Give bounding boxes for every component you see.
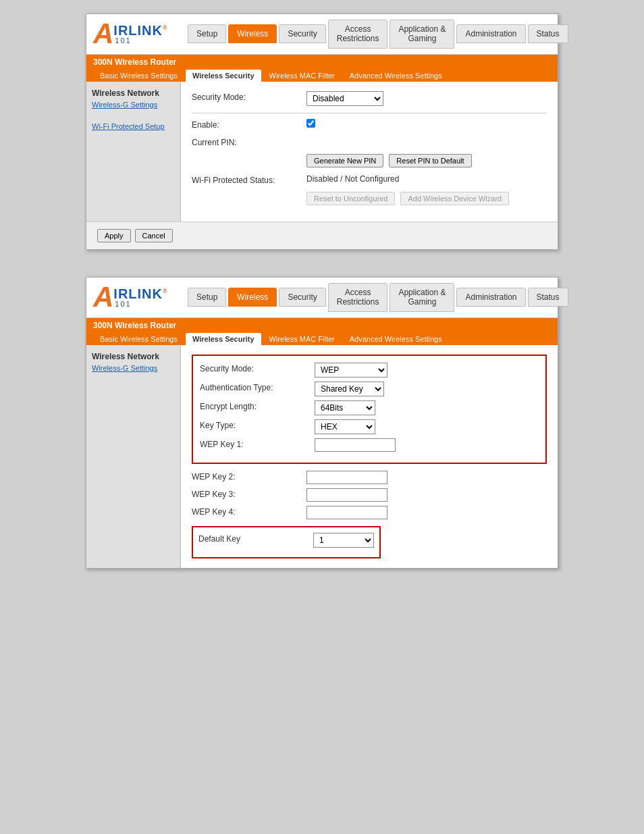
form-label: WEP Key 4:: [192, 506, 306, 517]
wep-row-wep-key-1:: WEP Key 1:: [200, 438, 539, 452]
logo-text: IRLINK® 101: [113, 287, 167, 308]
select-default-key[interactable]: 1234: [313, 533, 374, 548]
form-label: Key Type:: [200, 419, 315, 430]
form-control-area: [306, 119, 547, 128]
form-control-area: 64Bits128Bits: [315, 400, 539, 415]
form-control-area: 1234: [313, 533, 374, 548]
form-control-area: Generate New PINReset PIN to Default: [306, 154, 547, 167]
wep-key-input-wep-key-3:[interactable]: [306, 488, 387, 502]
nav-tab-application-&-gaming[interactable]: Application &Gaming: [390, 20, 454, 49]
sub-tab-basic-wireless-settings[interactable]: Basic Wireless Settings: [93, 70, 184, 82]
nav-tab-administration[interactable]: Administration: [456, 24, 525, 43]
form-label: Security Mode:: [192, 91, 306, 102]
panel-header: A IRLINK® 101 SetupWirelessSecurityAcces…: [86, 278, 558, 318]
btn-reset-pin-to-default[interactable]: Reset PIN to Default: [389, 154, 471, 167]
nav-tab-wireless[interactable]: Wireless: [228, 24, 277, 43]
security-mode-select[interactable]: DisabledWEPWPA PersonalWPA2 Personal: [306, 91, 383, 106]
sidebar-section-title: Wireless Network: [92, 352, 175, 361]
nav-tab-status[interactable]: Status: [528, 24, 568, 43]
logo-a-icon: A: [93, 283, 113, 311]
wep-bordered-section: Security Mode:DisabledWEPWPA PersonalAut…: [192, 355, 547, 464]
panel-body: Wireless NetworkWireless-G SettingsSecur…: [86, 345, 558, 568]
nav-tab-setup[interactable]: Setup: [188, 288, 226, 307]
wep-bordered-section-2: Default Key1234: [192, 526, 381, 558]
sidebar-link-wireless-g-settings[interactable]: Wireless-G Settings: [92, 101, 175, 109]
page-wrapper: A IRLINK® 101 SetupWirelessSecurityAcces…: [14, 14, 630, 569]
wep-row-authentication-type:: Authentication Type:Open SystemShared Ke…: [200, 382, 539, 396]
nav-tab-access-restrictions[interactable]: AccessRestrictions: [328, 283, 388, 312]
nav-tab-security[interactable]: Security: [279, 288, 325, 307]
sidebar: Wireless NetworkWireless-G SettingsWi-Fi…: [86, 82, 181, 221]
form-label: Encrypt Length:: [200, 400, 315, 411]
sub-tab-wireless-security[interactable]: Wireless Security: [186, 70, 261, 82]
select-security-mode:[interactable]: DisabledWEPWPA Personal: [315, 363, 387, 377]
orange-banner: 300N Wireless Router: [86, 55, 558, 70]
nav-tab-setup[interactable]: Setup: [188, 24, 226, 43]
btn-generate-new-pin[interactable]: Generate New PIN: [306, 154, 383, 167]
logo-text: IRLINK® 101: [113, 24, 167, 45]
panel-header: A IRLINK® 101 SetupWirelessSecurityAcces…: [86, 14, 558, 55]
wep-key-input-wep-key-4:[interactable]: [306, 506, 387, 519]
wifi-protected-status: Disabled / Not Configured: [306, 174, 399, 184]
form-control-area: DisabledWEPWPA PersonalWPA2 Personal: [306, 91, 547, 106]
wep-key-input-wep-key-1:[interactable]: [315, 438, 396, 452]
form-control-area: HEXASCII: [315, 419, 539, 434]
sub-tab-wireless-mac-filter[interactable]: Wireless MAC Filter: [263, 70, 342, 82]
nav-tab-security[interactable]: Security: [279, 24, 325, 43]
wep-row-default-key: Default Key1234: [198, 533, 374, 548]
form-label: [192, 192, 306, 193]
nav-tab-status[interactable]: Status: [528, 288, 568, 307]
form-row-Enable:: Enable:: [192, 119, 547, 130]
router-name: 300N Wireless Router: [93, 57, 188, 67]
form-row-Wi-Fi Protected Status:: Wi-Fi Protected Status:Disabled / Not Co…: [192, 174, 547, 185]
wep-row-encrypt-length:: Encrypt Length:64Bits128Bits: [200, 400, 539, 415]
select-encrypt-length:[interactable]: 64Bits128Bits: [315, 400, 375, 415]
nav-tab-access-restrictions[interactable]: AccessRestrictions: [328, 20, 388, 49]
footer-btn-cancel[interactable]: Cancel: [135, 229, 173, 242]
sub-tabs: Basic Wireless SettingsWireless Security…: [86, 70, 558, 82]
logo-area: A IRLINK® 101: [93, 283, 188, 311]
main-content: Security Mode:DisabledWEPWPA PersonalWPA…: [181, 82, 558, 221]
sub-tab-advanced-wireless-settings[interactable]: Advanced Wireless Settings: [343, 333, 449, 345]
router-name: 300N Wireless Router: [93, 321, 188, 330]
form-row-Security Mode:: Security Mode:DisabledWEPWPA PersonalWPA…: [192, 91, 547, 106]
sidebar-link-wi-fi-protected-setup[interactable]: Wi-Fi Protected Setup: [92, 122, 175, 130]
select-key-type:[interactable]: HEXASCII: [315, 419, 375, 434]
form-control-area: [306, 488, 547, 502]
form-label: Wi-Fi Protected Status:: [192, 174, 306, 185]
enable-checkbox[interactable]: [306, 119, 315, 128]
main-content: Security Mode:DisabledWEPWPA PersonalAut…: [181, 345, 558, 568]
wep-row-wep-key-2:: WEP Key 2:: [192, 471, 547, 484]
footer-btn-apply[interactable]: Apply: [97, 229, 131, 242]
sub-tab-advanced-wireless-settings[interactable]: Advanced Wireless Settings: [343, 70, 449, 82]
wep-row-wep-key-3:: WEP Key 3:: [192, 488, 547, 502]
select-authentication-type:[interactable]: Open SystemShared Key: [315, 382, 384, 396]
nav-tab-application-&-gaming[interactable]: Application &Gaming: [390, 283, 454, 312]
form-label: [192, 154, 306, 155]
form-row-Current PIN:: Current PIN:: [192, 136, 547, 147]
form-control-area: Disabled / Not Configured: [306, 174, 547, 184]
form-row-buttons: Reset to UnconfiguredAdd Wireless Device…: [192, 192, 547, 205]
form-control-area: [315, 438, 539, 452]
sub-tab-wireless-security[interactable]: Wireless Security: [186, 333, 261, 345]
form-label: Default Key: [198, 533, 313, 544]
wep-key-input-wep-key-2:[interactable]: [306, 471, 387, 484]
nav-tab-wireless[interactable]: Wireless: [228, 288, 277, 307]
form-row-buttons: Generate New PINReset PIN to Default: [192, 154, 547, 167]
form-control-area: [306, 506, 547, 519]
sidebar: Wireless NetworkWireless-G Settings: [86, 345, 181, 568]
sub-tab-basic-wireless-settings[interactable]: Basic Wireless Settings: [93, 333, 184, 345]
logo-rlink: IRLINK®: [113, 287, 167, 301]
logo-a-icon: A: [93, 20, 113, 48]
nav-tab-administration[interactable]: Administration: [456, 288, 525, 307]
orange-banner: 300N Wireless Router: [86, 318, 558, 333]
router-panel-2: A IRLINK® 101 SetupWirelessSecurityAcces…: [86, 277, 558, 569]
sidebar-link-wireless-g-settings[interactable]: Wireless-G Settings: [92, 364, 175, 372]
form-label: Enable:: [192, 119, 306, 130]
btn-reset-to-unconfigured: Reset to Unconfigured: [306, 192, 395, 205]
form-label: WEP Key 2:: [192, 471, 306, 481]
form-label: Authentication Type:: [200, 382, 315, 392]
sub-tab-wireless-mac-filter[interactable]: Wireless MAC Filter: [263, 333, 342, 345]
form-label: WEP Key 1:: [200, 438, 315, 449]
logo-101: 101: [115, 37, 167, 45]
